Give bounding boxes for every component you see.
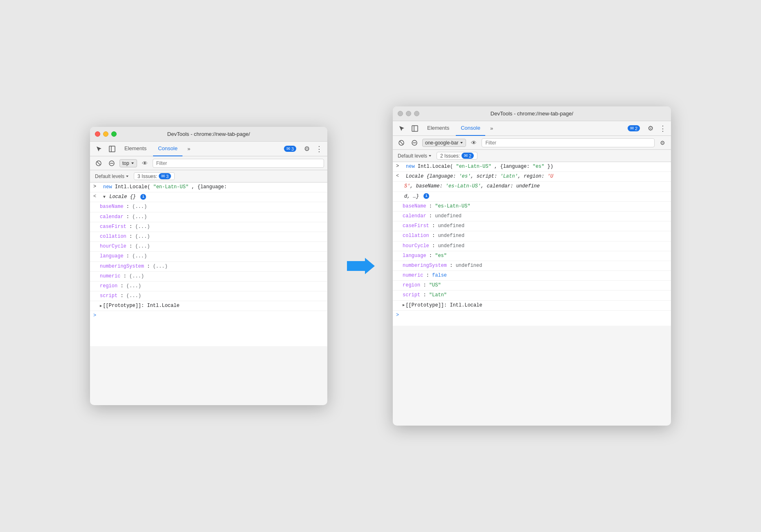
left-msg-icon: ✉ bbox=[286, 146, 290, 151]
left-context-label: top bbox=[122, 160, 129, 166]
right-filter-settings-icon[interactable]: ⚙ bbox=[657, 138, 668, 148]
right-tabs-bar: Elements Console » ✉ 2 ⚙ ⋮ bbox=[393, 121, 671, 136]
left-prop-numberingSystem: numberingSystem : (...) bbox=[90, 262, 327, 272]
left-locale-obj: ▼ Locale {} i bbox=[103, 193, 324, 201]
right-output-line3: d, …} i bbox=[393, 192, 671, 202]
right-output-line2: S', baseName: 'es-Latn-US', calendar: un… bbox=[393, 182, 671, 192]
left-console-tab[interactable]: Console bbox=[153, 142, 182, 156]
left-cursor-icon[interactable] bbox=[93, 143, 105, 155]
left-info-icon: i bbox=[140, 194, 146, 200]
right-input-code: new Intl.Locale( "en-Latn-US" , {languag… bbox=[406, 163, 668, 171]
right-maximize-button[interactable] bbox=[414, 111, 419, 116]
right-badge: ✉ 2 bbox=[624, 124, 643, 132]
left-window-title: DevTools - chrome://new-tab-page/ bbox=[167, 131, 250, 137]
left-prompt[interactable]: > bbox=[90, 311, 327, 320]
right-issues-count[interactable]: 2 Issues: ✉ 2 bbox=[437, 152, 477, 160]
left-context-selector[interactable]: top bbox=[119, 159, 137, 167]
right-prop-numeric: numeric : false bbox=[393, 271, 671, 281]
svg-rect-7 bbox=[412, 126, 418, 131]
right-block-button[interactable] bbox=[409, 138, 420, 148]
left-input-line: > new Intl.Locale( "en-Latn-US" , {langu… bbox=[90, 183, 327, 192]
right-badge-count: 2 bbox=[635, 126, 637, 131]
right-prompt-arrow: > bbox=[396, 312, 399, 318]
right-console-tab[interactable]: Console bbox=[456, 121, 485, 136]
left-devtools-window: DevTools - chrome://new-tab-page/ Elemen… bbox=[90, 127, 327, 405]
left-default-levels[interactable]: Default levels bbox=[95, 174, 129, 179]
left-console-toolbar: top 👁 bbox=[90, 156, 327, 170]
left-prop-language: language : (...) bbox=[90, 252, 327, 261]
left-prop-collation: collation : (...) bbox=[90, 232, 327, 242]
right-more-tabs[interactable]: » bbox=[487, 124, 496, 133]
right-input-prefix: > bbox=[396, 163, 403, 169]
right-prop-baseName: baseName : "es-Latn-US" bbox=[393, 202, 671, 212]
left-badge-bubble: ✉ 3 bbox=[284, 146, 296, 152]
right-clear-button[interactable] bbox=[396, 138, 407, 148]
left-input-prefix: > bbox=[93, 183, 101, 189]
svg-rect-0 bbox=[109, 146, 115, 152]
left-filter-input[interactable] bbox=[153, 159, 324, 168]
left-panel-icon[interactable] bbox=[106, 143, 118, 155]
left-prop-baseName: baseName : (...) bbox=[90, 202, 327, 212]
right-close-button[interactable] bbox=[398, 111, 403, 116]
maximize-button[interactable] bbox=[111, 131, 117, 137]
right-prop-hourCycle: hourCycle : undefined bbox=[393, 241, 671, 251]
right-prompt[interactable]: > bbox=[393, 311, 671, 320]
right-minimize-button[interactable] bbox=[406, 111, 411, 116]
svg-marker-6 bbox=[347, 258, 375, 274]
left-prop-region: region : (...) bbox=[90, 282, 327, 291]
right-output-line1: < Locale {language: 'es', script: 'Latn'… bbox=[393, 172, 671, 182]
left-elements-tab[interactable]: Elements bbox=[119, 142, 151, 156]
left-output-prefix: < bbox=[93, 193, 101, 199]
left-code-new: new bbox=[103, 184, 112, 190]
direction-arrow bbox=[344, 254, 376, 278]
left-issues-badge: ✉ 3 bbox=[159, 173, 171, 179]
right-context-selector[interactable]: one-google-bar bbox=[422, 139, 466, 147]
svg-line-3 bbox=[97, 162, 100, 165]
left-prop-hourCycle: hourCycle : (...) bbox=[90, 242, 327, 252]
right-dots-menu[interactable]: ⋮ bbox=[658, 123, 668, 134]
right-window-controls bbox=[398, 111, 419, 116]
right-eye-icon[interactable]: 👁 bbox=[468, 138, 479, 148]
left-settings-icon[interactable]: ⚙ bbox=[301, 143, 313, 155]
right-default-levels[interactable]: Default levels bbox=[398, 153, 432, 159]
right-badge-bubble: ✉ 2 bbox=[628, 125, 640, 131]
left-eye-icon[interactable]: 👁 bbox=[140, 158, 150, 169]
right-window-title: DevTools - chrome://new-tab-page/ bbox=[491, 110, 573, 117]
right-issues-text: 2 Issues: bbox=[440, 153, 460, 159]
left-badge-count: 3 bbox=[291, 147, 294, 151]
right-issues-badge-count: 2 bbox=[469, 153, 471, 158]
left-proto-line: ▶ [[Prototype]]: Intl.Locale bbox=[90, 301, 327, 311]
left-window-controls bbox=[95, 131, 117, 137]
right-elements-tab[interactable]: Elements bbox=[422, 121, 454, 136]
minimize-button[interactable] bbox=[103, 131, 108, 137]
left-issues-bar: Default levels 3 Issues: ✉ 3 bbox=[90, 170, 327, 183]
right-prop-caseFirst: caseFirst : undefined bbox=[393, 221, 671, 231]
left-default-levels-label: Default levels bbox=[95, 174, 124, 179]
left-prompt-arrow: > bbox=[93, 313, 96, 318]
right-issues-msg-icon: ✉ bbox=[464, 153, 468, 158]
right-msg-icon: ✉ bbox=[630, 126, 634, 131]
right-panel-icon[interactable] bbox=[409, 123, 421, 134]
right-cursor-icon[interactable] bbox=[396, 123, 408, 134]
left-prop-numeric: numeric : (...) bbox=[90, 272, 327, 282]
right-proto-line: ▶ [[Prototype]]: Intl.Locale bbox=[393, 301, 671, 311]
right-filter-input[interactable] bbox=[482, 138, 655, 147]
svg-line-10 bbox=[400, 141, 403, 144]
left-title-bar: DevTools - chrome://new-tab-page/ bbox=[90, 127, 327, 142]
left-output-locale-line: < ▼ Locale {} i bbox=[90, 192, 327, 202]
left-clear-button[interactable] bbox=[93, 158, 104, 169]
left-issues-count[interactable]: 3 Issues: ✉ 3 bbox=[134, 172, 175, 180]
left-prop-script: script : (...) bbox=[90, 291, 327, 301]
close-button[interactable] bbox=[95, 131, 100, 137]
right-prop-script: script : "Latn" bbox=[393, 291, 671, 300]
left-dots-menu[interactable]: ⋮ bbox=[314, 143, 324, 155]
right-locale-obj: Locale {language: 'es', script: 'Latn', … bbox=[406, 173, 668, 180]
scene: DevTools - chrome://new-tab-page/ Elemen… bbox=[90, 106, 671, 426]
left-tabs-bar: Elements Console » ✉ 3 ⚙ ⋮ bbox=[90, 142, 327, 156]
right-settings-icon[interactable]: ⚙ bbox=[645, 123, 656, 134]
left-block-button[interactable] bbox=[106, 158, 117, 169]
right-prop-collation: collation : undefined bbox=[393, 231, 671, 241]
left-more-tabs[interactable]: » bbox=[184, 144, 194, 153]
right-issues-bar: Default levels 2 Issues: ✉ 2 bbox=[393, 150, 671, 162]
right-devtools-window: DevTools - chrome://new-tab-page/ Elemen… bbox=[393, 106, 671, 426]
